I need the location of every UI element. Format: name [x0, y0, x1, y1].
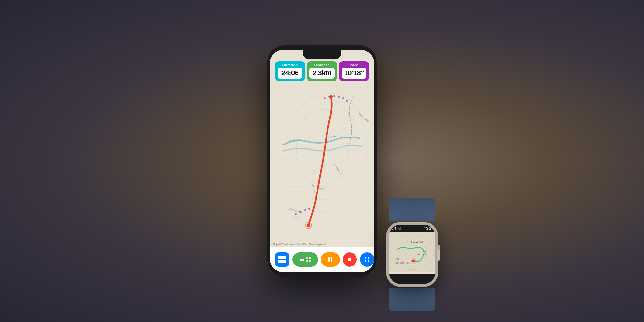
- pause-icon: [327, 257, 333, 262]
- svg-point-27: [299, 211, 301, 213]
- watch-band-bottom: [389, 288, 435, 311]
- svg-rect-41: [331, 257, 332, 262]
- svg-text:1880: 1880: [318, 188, 324, 191]
- pace-card: Pace 10'18": [339, 61, 369, 81]
- svg-rect-39: [309, 260, 311, 262]
- map-icon: [306, 257, 311, 262]
- svg-text:Mist...: Mist...: [417, 253, 422, 255]
- watch-distance: 2.7mi: [392, 227, 401, 231]
- svg-point-25: [346, 100, 348, 102]
- svg-text:1910: 1910: [292, 217, 298, 220]
- watch-time: 10:09: [424, 227, 433, 231]
- svg-rect-38: [306, 260, 308, 262]
- svg-text:Trail: Trail: [395, 258, 399, 260]
- duration-value-box: 24:06: [278, 68, 302, 79]
- watch-crown: [437, 248, 440, 261]
- watch-band-top: [389, 198, 435, 221]
- more-button[interactable]: [360, 252, 374, 267]
- duration-value: 24:06: [281, 69, 299, 77]
- map-attribution: Maps © Thunderforest, Data ©OpenStreetMa…: [273, 243, 330, 245]
- svg-rect-40: [328, 257, 330, 262]
- bottom-controls: [292, 252, 357, 267]
- svg-point-23: [338, 96, 340, 98]
- watch-case: 2.7mi 10:09 Panorama Trail Mist...: [386, 222, 438, 287]
- distance-card: Distance 2.3km: [307, 61, 337, 81]
- dots-grid-icon: [365, 257, 370, 262]
- apple-watch: 2.7mi 10:09 Panorama Trail Mist...: [380, 216, 444, 293]
- pace-label: Pace: [350, 63, 358, 67]
- iphone-device: 1760 1880 1910 Merced River Merced River…: [267, 45, 377, 277]
- scene: 1760 1880 1910 Merced River Merced River…: [209, 16, 435, 306]
- distance-label: Distance: [314, 63, 330, 67]
- iphone-notch: [303, 50, 341, 59]
- svg-text:⛶: ⛶: [422, 251, 426, 255]
- list-map-button[interactable]: [292, 252, 318, 267]
- distance-value: 2.3km: [312, 69, 332, 77]
- duration-card: Duration 24:06: [275, 61, 305, 81]
- svg-text:Emerald Pool: Emerald Pool: [411, 241, 423, 243]
- pace-value-box: 10'18": [342, 68, 366, 79]
- watch-screen: 2.7mi 10:09 Panorama Trail Mist...: [389, 225, 435, 284]
- bottom-bar: [270, 247, 374, 272]
- watch-map: Panorama Trail Mist... Trail Emerald Poo…: [389, 232, 435, 274]
- svg-rect-37: [309, 257, 311, 259]
- svg-rect-35: [300, 260, 304, 261]
- svg-text:Panorama Trail: Panorama Trail: [395, 262, 409, 264]
- duration-label: Duration: [282, 63, 298, 67]
- svg-point-30: [329, 95, 333, 98]
- svg-text:1760: 1760: [344, 112, 350, 115]
- svg-rect-34: [300, 259, 304, 260]
- svg-point-29: [308, 208, 310, 210]
- watch-button: [438, 245, 440, 250]
- svg-rect-0: [270, 55, 374, 242]
- stop-icon: [347, 257, 352, 262]
- svg-point-51: [412, 260, 415, 262]
- svg-point-31: [307, 223, 310, 227]
- distance-value-box: 2.3km: [309, 68, 334, 79]
- svg-point-26: [295, 213, 297, 215]
- svg-point-24: [342, 97, 344, 99]
- svg-rect-33: [300, 258, 304, 258]
- stats-bar: Duration 24:06 Distance 2.3km Pace 10'18…: [275, 61, 369, 81]
- iphone-screen: 1760 1880 1910 Merced River Merced River…: [270, 50, 374, 272]
- pause-button[interactable]: [321, 252, 340, 267]
- svg-point-28: [304, 209, 306, 211]
- list-icon: [300, 257, 304, 262]
- svg-rect-36: [306, 257, 308, 259]
- svg-rect-43: [389, 232, 435, 272]
- stop-button[interactable]: [343, 252, 357, 267]
- watch-map-svg: Panorama Trail Mist... Trail Emerald Poo…: [389, 232, 435, 272]
- svg-point-22: [333, 95, 335, 97]
- svg-point-20: [324, 97, 326, 99]
- watch-header: 2.7mi 10:09: [389, 225, 435, 232]
- maps-app-icon[interactable]: [275, 252, 289, 267]
- svg-rect-42: [348, 258, 351, 261]
- pace-value: 10'18": [344, 69, 364, 77]
- map-grid-icon: [278, 256, 286, 263]
